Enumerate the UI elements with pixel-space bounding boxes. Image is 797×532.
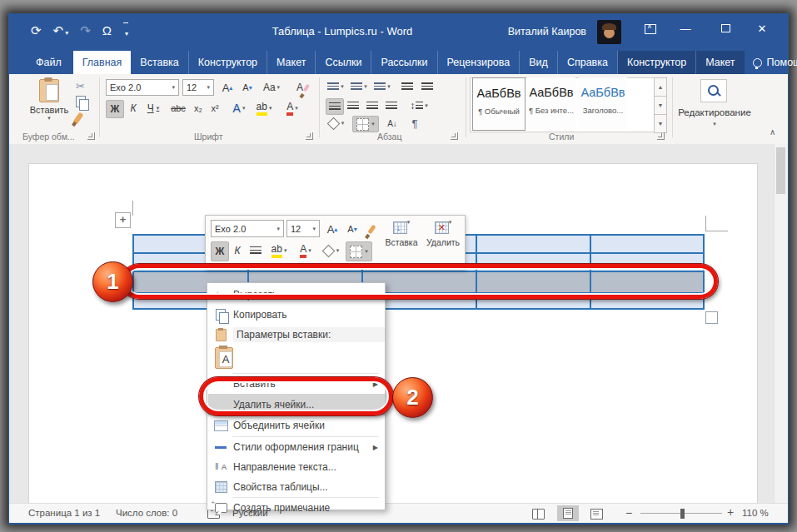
clear-formatting-button[interactable]: А [292, 79, 312, 96]
undo-button[interactable]: ↶▾ [53, 22, 69, 40]
print-layout-icon[interactable] [557, 505, 579, 521]
mini-shrink-font-button[interactable]: А▾ [343, 220, 361, 238]
paste-option-keep-text-button[interactable] [208, 345, 385, 371]
menu-item-table-properties[interactable]: Свойства таблицы... [208, 477, 385, 497]
line-spacing-button[interactable]: ↕▾ [407, 98, 431, 113]
insert-symbol-icon[interactable]: Ω [102, 22, 112, 40]
justify-button[interactable] [383, 98, 400, 113]
mini-highlight-button[interactable]: ab▾ [267, 241, 291, 260]
align-left-button[interactable] [326, 98, 344, 115]
copy-icon[interactable] [76, 96, 86, 107]
style-heading1[interactable]: АаБбВвЗаголово... [579, 77, 627, 129]
tab-home[interactable]: Главная [73, 51, 132, 74]
pilcrow-button[interactable]: ¶ [407, 116, 422, 131]
borders-button[interactable]: ▾ [352, 116, 379, 132]
tab-table-design[interactable]: Конструктор [618, 51, 696, 74]
subscript-button[interactable]: x₂ [191, 100, 206, 117]
style-normal[interactable]: АаБбВв¶ Обычный [472, 77, 526, 131]
text-effects-button[interactable]: А▾ [229, 100, 249, 117]
shrink-font-button[interactable]: А▾ [239, 79, 256, 96]
zoom-in-button[interactable]: + [727, 505, 734, 519]
bullets-button[interactable]: ▾ [326, 79, 346, 94]
shading-button[interactable]: ▾ [326, 116, 347, 131]
increase-indent-button[interactable] [419, 79, 436, 94]
font-dialog-launcher-icon[interactable] [306, 132, 313, 140]
cut-icon[interactable]: ✂ [76, 80, 85, 92]
tab-file[interactable]: Файл [24, 51, 73, 74]
avatar[interactable] [597, 20, 621, 44]
mini-insert-table-button[interactable]: ▾ Вставка [381, 219, 422, 265]
tab-table-layout[interactable]: Макет [696, 51, 744, 74]
account-name[interactable]: Виталий Каиров [508, 26, 586, 37]
bold-button[interactable]: Ж [106, 100, 124, 118]
underline-button[interactable]: Ч▾ [142, 100, 164, 117]
undo-dropdown-icon[interactable]: ▾ [65, 29, 68, 37]
style-no-spacing[interactable]: АаБбВв¶ Без инте... [527, 77, 575, 129]
menu-item-copy[interactable]: Копировать [208, 305, 385, 325]
font-size-combo[interactable]: 12▾ [182, 79, 214, 96]
clipboard-dialog-launcher-icon[interactable] [87, 132, 95, 140]
zoom-out-button[interactable]: − [625, 506, 632, 520]
align-center-button[interactable] [345, 98, 361, 113]
scrollbar-thumb[interactable] [776, 147, 785, 194]
mini-italic-button[interactable]: К [230, 241, 245, 260]
paste-button[interactable]: Вставить ▾ [31, 78, 67, 122]
highlight-color-button[interactable]: ab▾ [252, 100, 276, 117]
format-painter-icon[interactable] [76, 112, 81, 124]
mini-shading-button[interactable]: ▾ [321, 241, 342, 260]
tab-help[interactable]: Справка [558, 51, 618, 74]
italic-button[interactable]: К [126, 100, 141, 117]
mini-font-name-combo[interactable]: Exo 2.0▾ [211, 220, 284, 237]
zoom-slider[interactable] [640, 513, 722, 514]
mini-borders-button[interactable]: ▾ [346, 241, 372, 261]
tab-insert[interactable]: Вставка [131, 51, 188, 74]
page-indicator[interactable]: Страница 1 из 1 [28, 508, 100, 518]
align-right-button[interactable] [364, 98, 381, 113]
zoom-level[interactable]: 110 % [742, 508, 769, 518]
read-mode-icon[interactable] [532, 509, 545, 520]
sort-button[interactable]: А↓ [382, 116, 402, 131]
styles-scroll-up-icon[interactable]: ▲ [654, 77, 667, 97]
styles-more-icon[interactable]: ▼ [654, 114, 667, 133]
table-move-handle-icon[interactable]: + [115, 212, 131, 228]
ribbon-display-options-button[interactable] [645, 22, 656, 37]
tab-view[interactable]: Вид [520, 51, 558, 74]
menu-item-text-direction[interactable]: Направление текста... [208, 457, 385, 477]
tab-review[interactable]: Рецензирова [438, 51, 521, 74]
minimize-button[interactable]: — [676, 22, 695, 35]
tab-references[interactable]: Ссылки [316, 51, 371, 74]
collapse-ribbon-icon[interactable]: ∧ [770, 127, 775, 137]
web-layout-icon[interactable] [590, 509, 603, 520]
zoom-slider-thumb[interactable] [680, 509, 685, 519]
change-case-button[interactable]: Aa▾ [261, 79, 282, 96]
tab-layout[interactable]: Макет [267, 51, 316, 74]
styles-scroll-down-icon[interactable]: ▼ [654, 96, 667, 115]
grow-font-button[interactable]: А▴ [219, 79, 236, 96]
close-button[interactable]: ✕ [753, 22, 771, 35]
decrease-indent-button[interactable] [399, 79, 416, 94]
customize-qat-button[interactable]: ▾ [123, 22, 128, 39]
mini-format-painter-icon[interactable] [363, 220, 380, 238]
vertical-scrollbar[interactable] [774, 144, 788, 503]
menu-item-border-styles[interactable]: Стили оформления границ ▶ [208, 437, 385, 457]
numbering-button[interactable]: ▾ [349, 79, 369, 94]
styles-dialog-launcher-icon[interactable] [657, 132, 665, 140]
mini-font-color-button[interactable]: А▾ [294, 241, 317, 260]
word-count[interactable]: Число слов: 0 [116, 508, 177, 518]
tell-me-button[interactable]: Помощь [745, 51, 797, 74]
table-resize-handle[interactable] [705, 311, 718, 324]
mini-grow-font-button[interactable]: А▴ [323, 220, 341, 238]
strikethrough-button[interactable]: abc [167, 100, 189, 117]
mini-bold-button[interactable]: Ж [211, 241, 229, 261]
save-icon[interactable]: ⟳ [31, 22, 42, 40]
font-name-combo[interactable]: Exo 2.0▾ [106, 79, 179, 96]
mini-font-size-combo[interactable]: 12▾ [286, 220, 320, 237]
multilevel-list-button[interactable]: ▾ [372, 79, 392, 94]
editing-button[interactable]: Редактирование▾ [670, 107, 759, 127]
paragraph-dialog-launcher-icon[interactable] [451, 132, 458, 140]
menu-item-new-comment[interactable]: Создать примечание [208, 498, 385, 518]
font-color-button[interactable]: А▾ [281, 100, 304, 117]
menu-item-merge-cells[interactable]: Объединить ячейки [208, 415, 385, 435]
tab-design[interactable]: Конструктор [189, 51, 267, 74]
maximize-button[interactable] [716, 22, 735, 35]
